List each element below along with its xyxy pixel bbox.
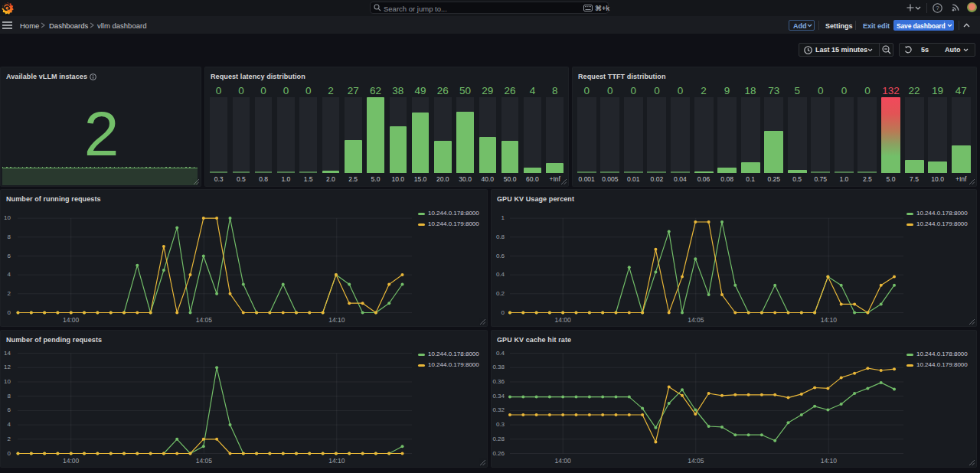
svg-text:?: ? [936,5,939,11]
